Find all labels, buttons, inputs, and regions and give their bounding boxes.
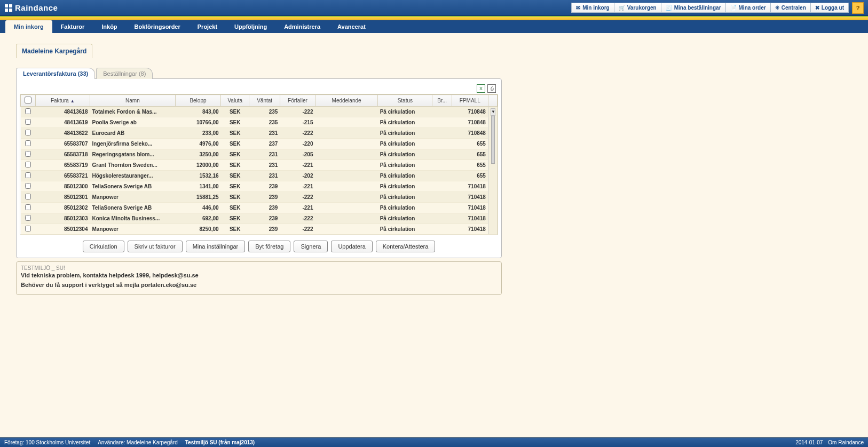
cell-valuta: SEK: [221, 181, 249, 192]
row-checkbox[interactable]: [25, 151, 31, 157]
cell-faktura: 48413619: [35, 117, 90, 128]
cell-br: [432, 181, 452, 192]
topbtn-label: Min inkorg: [582, 5, 610, 11]
col-header[interactable]: Väntat: [249, 95, 280, 107]
table-row[interactable]: 48413619Poolia Sverige ab10766,00SEK235-…: [21, 117, 498, 128]
orders-icon: 🧾: [666, 5, 672, 11]
cell-faktura: 65583707: [35, 139, 90, 149]
cell-meddelande: [315, 213, 377, 224]
row-checkbox[interactable]: [25, 226, 31, 232]
cell-belopp: 233,00: [175, 128, 220, 139]
col-header[interactable]: [21, 95, 36, 107]
nav-tab-avancerat[interactable]: Avancerat: [329, 20, 374, 33]
table-row[interactable]: 48413622Eurocard AB233,00SEK231-222På ci…: [21, 128, 498, 139]
action-byt-f-retag[interactable]: Byt företag: [248, 241, 290, 252]
cell-faktura: 48413622: [35, 128, 90, 139]
cell-namn: Regeringsgatans blom...: [90, 149, 176, 160]
cell-namn: TeliaSonera Sverige AB: [90, 203, 176, 213]
row-checkbox[interactable]: [25, 130, 31, 135]
topbtn-orders[interactable]: 🧾Mina beställningar: [661, 3, 726, 13]
nav-tab-uppföljning[interactable]: Uppföljning: [226, 20, 275, 33]
col-header[interactable]: Status: [378, 95, 432, 107]
cell-valuta: SEK: [221, 192, 249, 203]
topbtn-logout[interactable]: ✖Logga ut: [811, 3, 849, 13]
scrollbar[interactable]: ▲▼: [488, 107, 497, 235]
nav-tab-fakturor[interactable]: Fakturor: [52, 20, 93, 33]
cell-valuta: SEK: [221, 171, 249, 181]
topbtn-central[interactable]: ✳Centralen: [771, 3, 811, 13]
col-header[interactable]: Förfaller: [280, 95, 315, 107]
row-checkbox[interactable]: [25, 108, 31, 114]
action-mina-inst-llningar[interactable]: Mina inställningar: [186, 241, 246, 252]
nav-tab-inköp[interactable]: Inköp: [93, 20, 125, 33]
table-row[interactable]: 65583719Grant Thornton Sweden...12000,00…: [21, 160, 498, 171]
nav-tab-bokföringsorder[interactable]: Bokföringsorder: [126, 20, 189, 33]
export-excel-icon[interactable]: X: [477, 84, 485, 93]
table-row[interactable]: 85012304Manpower8250,00SEK239-222På cirk…: [21, 224, 498, 235]
scroll-thumb[interactable]: [491, 116, 495, 164]
cell-meddelande: [315, 203, 377, 213]
table-row[interactable]: 65583721Högskolerestauranger...1532,16SE…: [21, 171, 498, 181]
inner-tab[interactable]: Beställningar (8): [96, 68, 153, 79]
cell-belopp: 4976,00: [175, 139, 220, 149]
cell-br: [432, 192, 452, 203]
action-kontera-attestera[interactable]: Kontera/Attestera: [376, 241, 436, 252]
nav-tab-administrera[interactable]: Administrera: [275, 20, 329, 33]
table-row[interactable]: 65583718Regeringsgatans blom...3250,00SE…: [21, 149, 498, 160]
info-line-1: Vid tekniska problem, kontakta helpdesk …: [21, 272, 497, 278]
cell-br: [432, 117, 452, 128]
inner-tab[interactable]: Leverantörsfaktura (33): [16, 68, 95, 79]
cell-faktura: 85012300: [35, 181, 90, 192]
row-checkbox[interactable]: [25, 162, 31, 167]
row-checkbox[interactable]: [25, 140, 31, 146]
row-checkbox[interactable]: [25, 183, 31, 189]
cell-forfaller: -215: [280, 117, 315, 128]
cell-forfaller: -202: [280, 171, 315, 181]
table-row[interactable]: 85012302TeliaSonera Sverige AB446,00SEK2…: [21, 203, 498, 213]
row-checkbox[interactable]: [25, 172, 31, 178]
cell-status: På cirkulation: [378, 181, 432, 192]
table-row[interactable]: 85012301Manpower15881,25SEK239-222På cir…: [21, 192, 498, 203]
table-row[interactable]: 65583707Ingenjörsfirma Seleko...4976,00S…: [21, 139, 498, 149]
table-row[interactable]: 48413618Totalmek Fordon & Mas...843,00SE…: [21, 107, 498, 117]
cell-namn: Manpower: [90, 224, 176, 235]
cell-status: På cirkulation: [378, 149, 432, 160]
cell-vantat: 239: [249, 213, 280, 224]
col-header[interactable]: FPMALL: [452, 95, 488, 107]
cell-fpmall: 710418: [452, 213, 488, 224]
topbtn-cart[interactable]: 🛒Varukorgen: [614, 3, 661, 13]
row-checkbox[interactable]: [25, 204, 31, 210]
col-header[interactable]: Valuta: [221, 95, 249, 107]
action-uppdatera[interactable]: Uppdatera: [331, 241, 372, 252]
cell-br: [432, 224, 452, 235]
col-header[interactable]: Belopp: [175, 95, 220, 107]
cell-forfaller: -222: [280, 128, 315, 139]
nav-tab-min-inkorg[interactable]: Min inkorg: [5, 20, 52, 33]
action-cirkulation[interactable]: Cirkulation: [83, 241, 124, 252]
help-button[interactable]: ?: [852, 2, 864, 14]
row-checkbox[interactable]: [25, 215, 31, 221]
col-header[interactable]: Meddelande: [315, 95, 377, 107]
action-skriv-ut-fakturor[interactable]: Skriv ut fakturor: [128, 241, 183, 252]
nav-tab-projekt[interactable]: Projekt: [189, 20, 226, 33]
cell-br: [432, 160, 452, 171]
scroll-down-icon[interactable]: ▼: [491, 108, 495, 116]
row-checkbox[interactable]: [25, 119, 31, 125]
print-icon[interactable]: ⎙: [487, 84, 496, 93]
table-row[interactable]: 85012303Konica Minolta Business...692,00…: [21, 213, 498, 224]
cell-valuta: SEK: [221, 128, 249, 139]
topbtn-order[interactable]: 📄Mina order: [726, 3, 771, 13]
panel-toolbar: X ⎙: [20, 83, 498, 94]
col-header[interactable]: Br...: [432, 95, 452, 107]
row-checkbox[interactable]: [25, 194, 31, 199]
topbtn-inbox[interactable]: ✉Min inkorg: [571, 3, 614, 13]
col-header[interactable]: Namn: [90, 95, 176, 107]
select-all-checkbox[interactable]: [25, 97, 31, 103]
action-signera[interactable]: Signera: [294, 241, 328, 252]
col-header[interactable]: Faktura▲: [35, 95, 90, 107]
table-row[interactable]: 85012300TeliaSonera Sverige AB1341,00SEK…: [21, 181, 498, 192]
cell-belopp: 692,00: [175, 213, 220, 224]
info-box: TESTMILJÖ _ SU! Vid tekniska problem, ko…: [16, 261, 502, 295]
cell-valuta: SEK: [221, 149, 249, 160]
topbtn-label: Logga ut: [822, 5, 844, 11]
